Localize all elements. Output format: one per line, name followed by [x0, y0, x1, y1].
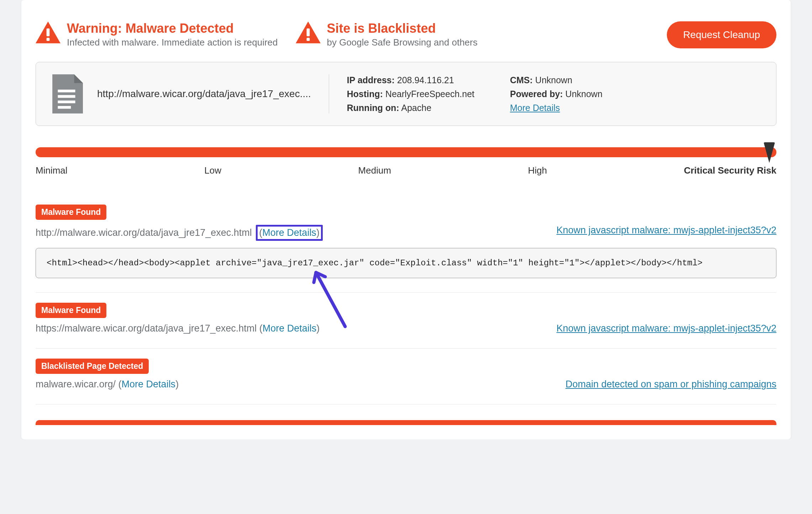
header-row: Warning: Malware Detected Infected with … — [36, 21, 776, 48]
report-card: Warning: Malware Detected Infected with … — [21, 0, 791, 439]
finding-type-link[interactable]: Known javascript malware: mwjs-applet-in… — [557, 323, 776, 334]
risk-marker-icon — [764, 142, 775, 163]
meta-value-ip: 208.94.116.21 — [397, 75, 454, 85]
alert-title: Warning: Malware Detected — [67, 21, 278, 36]
divider — [36, 348, 776, 349]
divider — [36, 292, 776, 293]
meta-value-cms: Unknown — [535, 75, 572, 85]
divider — [329, 74, 329, 113]
request-cleanup-button[interactable]: Request Cleanup — [667, 21, 776, 48]
finding-badge: Malware Found — [36, 303, 106, 318]
code-snippet: <html><head></head><body><applet archive… — [36, 248, 776, 278]
svg-rect-0 — [47, 28, 50, 36]
risk-bar — [36, 147, 776, 157]
meta-label-ip: IP address: — [347, 75, 395, 85]
finding-badge: Malware Found — [36, 205, 106, 220]
warning-triangle-icon — [36, 21, 60, 43]
alert-malware: Warning: Malware Detected Infected with … — [36, 21, 278, 48]
warning-triangle-icon — [296, 21, 321, 43]
more-details-link[interactable]: More Details — [262, 227, 316, 238]
finding-badge: Blacklisted Page Detected — [36, 359, 149, 374]
alert-blacklist: Site is Blacklisted by Google Safe Brows… — [296, 21, 478, 48]
svg-rect-5 — [58, 95, 75, 98]
finding-group: Malware Found http://malware.wicar.org/d… — [36, 205, 776, 278]
alert-subtitle: Infected with malware. Immediate action … — [67, 37, 278, 48]
finding-type-link[interactable]: Domain detected on spam or phishing camp… — [565, 379, 776, 390]
finding-group: Blacklisted Page Detected malware.wicar.… — [36, 359, 776, 390]
finding-url: http://malware.wicar.org/data/java_jre17… — [36, 227, 252, 238]
svg-rect-1 — [47, 38, 50, 41]
site-more-details-link[interactable]: More Details — [510, 103, 560, 113]
finding-type-link[interactable]: Known javascript malware: mwjs-applet-in… — [557, 225, 776, 235]
meta-value-hosting: NearlyFreeSpeech.net — [385, 89, 474, 99]
svg-rect-7 — [58, 106, 71, 109]
more-details-link[interactable]: More Details — [122, 379, 176, 390]
svg-rect-6 — [58, 101, 75, 104]
risk-bar-fill — [36, 147, 776, 157]
svg-rect-4 — [58, 90, 75, 92]
meta-label-powered: Powered by: — [510, 89, 563, 99]
meta-columns: IP address: 208.94.116.21 Hosting: Nearl… — [347, 75, 602, 113]
meta-label-hosting: Hosting: — [347, 89, 383, 99]
svg-rect-3 — [306, 38, 310, 41]
risk-label: Low — [204, 165, 221, 176]
bottom-bar — [36, 420, 776, 425]
finding-url: malware.wicar.org/ — [36, 379, 118, 390]
site-info-panel: http://malware.wicar.org/data/java_jre17… — [36, 62, 776, 126]
meta-label-cms: CMS: — [510, 75, 533, 85]
scanned-url: http://malware.wicar.org/data/java_jre17… — [97, 88, 311, 100]
divider — [36, 404, 776, 404]
risk-label: Minimal — [36, 165, 68, 176]
meta-label-running: Running on: — [347, 103, 399, 113]
alert-title: Site is Blacklisted — [327, 21, 478, 36]
svg-rect-2 — [306, 28, 310, 36]
more-details-link[interactable]: More Details — [263, 323, 317, 334]
alert-subtitle: by Google Safe Browsing and others — [327, 37, 478, 48]
document-icon — [50, 74, 83, 113]
risk-label: High — [528, 165, 547, 176]
annotation-highlight-box: (More Details) — [256, 225, 323, 241]
risk-label: Medium — [358, 165, 391, 176]
risk-labels: Minimal Low Medium High Critical Securit… — [36, 165, 776, 176]
meta-value-running: Apache — [401, 103, 432, 113]
finding-url: https://malware.wicar.org/data/java_jre1… — [36, 323, 259, 334]
meta-value-powered: Unknown — [565, 89, 602, 99]
finding-group: Malware Found https://malware.wicar.org/… — [36, 303, 776, 334]
risk-label-critical: Critical Security Risk — [684, 165, 776, 176]
